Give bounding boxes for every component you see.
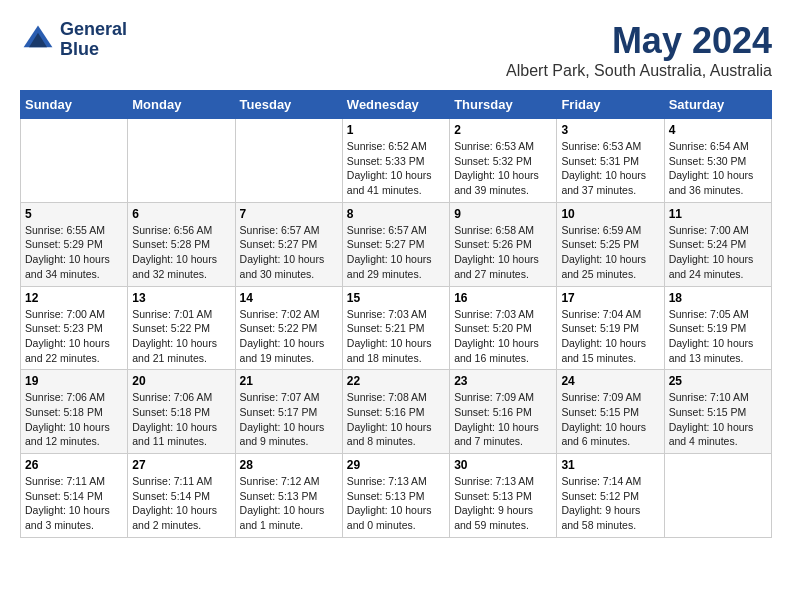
day-number: 20 (132, 374, 230, 388)
calendar-cell: 3Sunrise: 6:53 AM Sunset: 5:31 PM Daylig… (557, 119, 664, 203)
day-info: Sunrise: 6:53 AM Sunset: 5:31 PM Dayligh… (561, 139, 659, 198)
calendar-cell: 12Sunrise: 7:00 AM Sunset: 5:23 PM Dayli… (21, 286, 128, 370)
calendar-table: SundayMondayTuesdayWednesdayThursdayFrid… (20, 90, 772, 538)
calendar-cell: 18Sunrise: 7:05 AM Sunset: 5:19 PM Dayli… (664, 286, 771, 370)
day-number: 28 (240, 458, 338, 472)
day-info: Sunrise: 7:10 AM Sunset: 5:15 PM Dayligh… (669, 390, 767, 449)
day-info: Sunrise: 7:07 AM Sunset: 5:17 PM Dayligh… (240, 390, 338, 449)
logo-icon (20, 22, 56, 58)
day-info: Sunrise: 7:13 AM Sunset: 5:13 PM Dayligh… (347, 474, 445, 533)
day-number: 4 (669, 123, 767, 137)
day-number: 21 (240, 374, 338, 388)
day-number: 31 (561, 458, 659, 472)
day-info: Sunrise: 7:08 AM Sunset: 5:16 PM Dayligh… (347, 390, 445, 449)
calendar-cell: 7Sunrise: 6:57 AM Sunset: 5:27 PM Daylig… (235, 202, 342, 286)
logo: General Blue (20, 20, 127, 60)
day-info: Sunrise: 7:03 AM Sunset: 5:20 PM Dayligh… (454, 307, 552, 366)
day-info: Sunrise: 6:56 AM Sunset: 5:28 PM Dayligh… (132, 223, 230, 282)
day-number: 1 (347, 123, 445, 137)
calendar-cell: 16Sunrise: 7:03 AM Sunset: 5:20 PM Dayli… (450, 286, 557, 370)
calendar-cell (664, 454, 771, 538)
day-number: 26 (25, 458, 123, 472)
calendar-cell: 6Sunrise: 6:56 AM Sunset: 5:28 PM Daylig… (128, 202, 235, 286)
day-info: Sunrise: 7:06 AM Sunset: 5:18 PM Dayligh… (132, 390, 230, 449)
calendar-cell: 30Sunrise: 7:13 AM Sunset: 5:13 PM Dayli… (450, 454, 557, 538)
day-number: 3 (561, 123, 659, 137)
calendar-cell: 13Sunrise: 7:01 AM Sunset: 5:22 PM Dayli… (128, 286, 235, 370)
day-info: Sunrise: 7:09 AM Sunset: 5:16 PM Dayligh… (454, 390, 552, 449)
day-info: Sunrise: 7:11 AM Sunset: 5:14 PM Dayligh… (25, 474, 123, 533)
day-info: Sunrise: 7:11 AM Sunset: 5:14 PM Dayligh… (132, 474, 230, 533)
day-info: Sunrise: 6:57 AM Sunset: 5:27 PM Dayligh… (347, 223, 445, 282)
day-info: Sunrise: 7:12 AM Sunset: 5:13 PM Dayligh… (240, 474, 338, 533)
calendar-cell: 23Sunrise: 7:09 AM Sunset: 5:16 PM Dayli… (450, 370, 557, 454)
day-number: 19 (25, 374, 123, 388)
calendar-cell (128, 119, 235, 203)
calendar-cell: 20Sunrise: 7:06 AM Sunset: 5:18 PM Dayli… (128, 370, 235, 454)
calendar-cell: 11Sunrise: 7:00 AM Sunset: 5:24 PM Dayli… (664, 202, 771, 286)
calendar-cell: 28Sunrise: 7:12 AM Sunset: 5:13 PM Dayli… (235, 454, 342, 538)
calendar-cell: 14Sunrise: 7:02 AM Sunset: 5:22 PM Dayli… (235, 286, 342, 370)
calendar-cell: 29Sunrise: 7:13 AM Sunset: 5:13 PM Dayli… (342, 454, 449, 538)
day-header-monday: Monday (128, 91, 235, 119)
day-number: 30 (454, 458, 552, 472)
day-number: 25 (669, 374, 767, 388)
day-number: 16 (454, 291, 552, 305)
calendar-cell: 4Sunrise: 6:54 AM Sunset: 5:30 PM Daylig… (664, 119, 771, 203)
day-info: Sunrise: 7:02 AM Sunset: 5:22 PM Dayligh… (240, 307, 338, 366)
day-info: Sunrise: 7:00 AM Sunset: 5:23 PM Dayligh… (25, 307, 123, 366)
day-header-sunday: Sunday (21, 91, 128, 119)
day-number: 10 (561, 207, 659, 221)
calendar-cell: 1Sunrise: 6:52 AM Sunset: 5:33 PM Daylig… (342, 119, 449, 203)
day-info: Sunrise: 7:05 AM Sunset: 5:19 PM Dayligh… (669, 307, 767, 366)
calendar-cell: 25Sunrise: 7:10 AM Sunset: 5:15 PM Dayli… (664, 370, 771, 454)
day-info: Sunrise: 6:57 AM Sunset: 5:27 PM Dayligh… (240, 223, 338, 282)
day-info: Sunrise: 7:06 AM Sunset: 5:18 PM Dayligh… (25, 390, 123, 449)
calendar-cell: 22Sunrise: 7:08 AM Sunset: 5:16 PM Dayli… (342, 370, 449, 454)
day-info: Sunrise: 7:09 AM Sunset: 5:15 PM Dayligh… (561, 390, 659, 449)
day-header-tuesday: Tuesday (235, 91, 342, 119)
day-number: 7 (240, 207, 338, 221)
day-number: 22 (347, 374, 445, 388)
logo-text: General Blue (60, 20, 127, 60)
calendar-cell: 17Sunrise: 7:04 AM Sunset: 5:19 PM Dayli… (557, 286, 664, 370)
calendar-cell: 2Sunrise: 6:53 AM Sunset: 5:32 PM Daylig… (450, 119, 557, 203)
calendar-cell: 10Sunrise: 6:59 AM Sunset: 5:25 PM Dayli… (557, 202, 664, 286)
day-info: Sunrise: 6:54 AM Sunset: 5:30 PM Dayligh… (669, 139, 767, 198)
day-number: 23 (454, 374, 552, 388)
calendar-cell: 9Sunrise: 6:58 AM Sunset: 5:26 PM Daylig… (450, 202, 557, 286)
day-header-wednesday: Wednesday (342, 91, 449, 119)
calendar-cell: 19Sunrise: 7:06 AM Sunset: 5:18 PM Dayli… (21, 370, 128, 454)
day-info: Sunrise: 6:52 AM Sunset: 5:33 PM Dayligh… (347, 139, 445, 198)
day-info: Sunrise: 6:53 AM Sunset: 5:32 PM Dayligh… (454, 139, 552, 198)
calendar-cell: 27Sunrise: 7:11 AM Sunset: 5:14 PM Dayli… (128, 454, 235, 538)
day-number: 15 (347, 291, 445, 305)
day-info: Sunrise: 6:59 AM Sunset: 5:25 PM Dayligh… (561, 223, 659, 282)
calendar-cell: 8Sunrise: 6:57 AM Sunset: 5:27 PM Daylig… (342, 202, 449, 286)
day-info: Sunrise: 7:13 AM Sunset: 5:13 PM Dayligh… (454, 474, 552, 533)
day-number: 8 (347, 207, 445, 221)
day-info: Sunrise: 7:04 AM Sunset: 5:19 PM Dayligh… (561, 307, 659, 366)
day-number: 12 (25, 291, 123, 305)
day-number: 5 (25, 207, 123, 221)
day-info: Sunrise: 6:55 AM Sunset: 5:29 PM Dayligh… (25, 223, 123, 282)
title-block: May 2024 Albert Park, South Australia, A… (506, 20, 772, 80)
day-info: Sunrise: 7:14 AM Sunset: 5:12 PM Dayligh… (561, 474, 659, 533)
day-header-friday: Friday (557, 91, 664, 119)
day-header-saturday: Saturday (664, 91, 771, 119)
calendar-cell: 15Sunrise: 7:03 AM Sunset: 5:21 PM Dayli… (342, 286, 449, 370)
day-number: 13 (132, 291, 230, 305)
day-number: 29 (347, 458, 445, 472)
day-number: 2 (454, 123, 552, 137)
calendar-cell (21, 119, 128, 203)
page-header: General Blue May 2024 Albert Park, South… (20, 20, 772, 80)
day-number: 14 (240, 291, 338, 305)
day-number: 6 (132, 207, 230, 221)
day-number: 9 (454, 207, 552, 221)
calendar-cell: 26Sunrise: 7:11 AM Sunset: 5:14 PM Dayli… (21, 454, 128, 538)
day-number: 24 (561, 374, 659, 388)
calendar-cell: 31Sunrise: 7:14 AM Sunset: 5:12 PM Dayli… (557, 454, 664, 538)
day-header-thursday: Thursday (450, 91, 557, 119)
day-info: Sunrise: 7:03 AM Sunset: 5:21 PM Dayligh… (347, 307, 445, 366)
day-info: Sunrise: 7:01 AM Sunset: 5:22 PM Dayligh… (132, 307, 230, 366)
